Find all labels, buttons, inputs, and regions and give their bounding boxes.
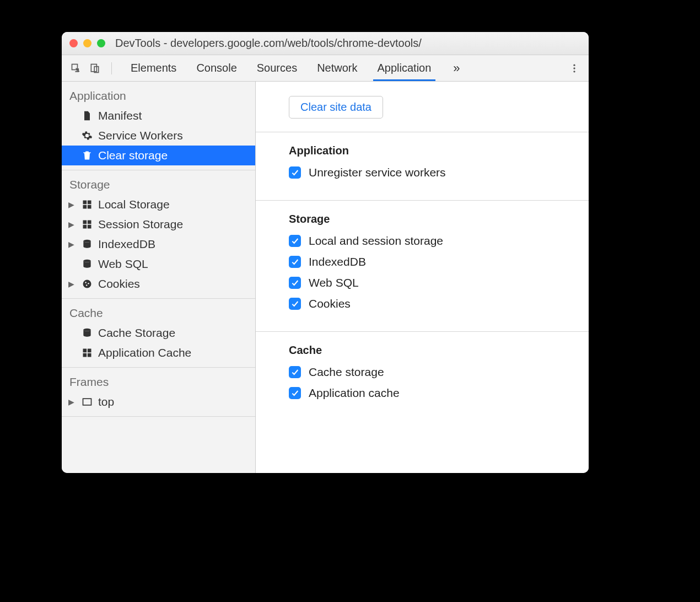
sidebar-section-title: Storage: [62, 170, 255, 195]
svg-point-4: [573, 67, 575, 69]
grid-icon: [82, 347, 93, 358]
kebab-menu-icon[interactable]: [567, 63, 582, 74]
tab-sources[interactable]: Sources: [247, 55, 307, 81]
checkbox[interactable]: [289, 366, 301, 378]
sidebar-item-label: top: [98, 395, 114, 409]
checkbox[interactable]: [289, 387, 301, 399]
checkbox-row[interactable]: Web SQL: [289, 276, 556, 289]
checkbox-row[interactable]: Local and session storage: [289, 234, 556, 248]
sidebar-item-label: Session Storage: [98, 218, 183, 231]
checkbox-label: IndexedDB: [309, 255, 366, 268]
main-section-title: Storage: [289, 213, 556, 225]
sidebar-item-label: Local Storage: [98, 198, 170, 211]
svg-rect-1: [91, 64, 96, 71]
application-sidebar: ApplicationManifestService WorkersClear …: [62, 82, 256, 473]
expand-caret-icon[interactable]: ▶: [68, 200, 75, 209]
tab-application[interactable]: Application: [368, 55, 441, 81]
sidebar-item-label: Clear storage: [98, 149, 168, 162]
expand-caret-icon[interactable]: ▶: [68, 397, 75, 406]
sidebar-section-title: Cache: [62, 299, 255, 323]
close-window-button[interactable]: [69, 39, 78, 47]
sidebar-item-label: Cookies: [98, 277, 140, 291]
sidebar-item-manifest[interactable]: Manifest: [62, 106, 255, 126]
expand-caret-icon[interactable]: ▶: [68, 220, 75, 229]
trash-icon: [82, 150, 93, 161]
expand-caret-icon[interactable]: ▶: [68, 280, 75, 288]
gear-icon: [82, 130, 93, 141]
expand-caret-icon[interactable]: ▶: [68, 240, 75, 249]
checkbox[interactable]: [289, 277, 301, 289]
checkbox[interactable]: [289, 166, 301, 179]
sidebar-item-cookies[interactable]: ▶Cookies: [62, 274, 255, 294]
titlebar: DevTools - developers.google.com/web/too…: [62, 32, 589, 55]
db-icon: [82, 239, 93, 250]
checkbox-label: Cache storage: [309, 366, 384, 379]
traffic-lights: [69, 39, 105, 47]
grid-icon: [82, 219, 93, 230]
device-toolbar-icon[interactable]: [87, 61, 103, 76]
checkbox[interactable]: [289, 256, 301, 268]
checkbox-label: Application cache: [309, 386, 400, 400]
db-icon: [82, 327, 93, 338]
sidebar-section-title: Application: [62, 82, 255, 106]
checkbox-label: Cookies: [309, 297, 351, 310]
checkbox-label: Unregister service workers: [309, 166, 446, 179]
sidebar-item-session-storage[interactable]: ▶Session Storage: [62, 214, 255, 234]
sidebar-item-local-storage[interactable]: ▶Local Storage: [62, 195, 255, 214]
checkbox[interactable]: [289, 235, 301, 247]
sidebar-item-label: Service Workers: [98, 129, 183, 142]
sidebar-item-top[interactable]: ▶top: [62, 392, 255, 412]
sidebar-item-cache-storage[interactable]: Cache Storage: [62, 323, 255, 343]
clear-site-data-button[interactable]: Clear site data: [289, 96, 383, 119]
sidebar-item-label: IndexedDB: [98, 238, 155, 251]
sidebar-item-indexeddb[interactable]: ▶IndexedDB: [62, 234, 255, 254]
db-icon: [82, 259, 93, 270]
sidebar-item-label: Web SQL: [98, 257, 148, 271]
toolbar-divider: [111, 62, 112, 74]
sidebar-item-web-sql[interactable]: Web SQL: [62, 254, 255, 274]
tabs-overflow-icon[interactable]: »: [449, 61, 464, 76]
checkbox-label: Web SQL: [309, 276, 359, 289]
sidebar-item-clear-storage[interactable]: Clear storage: [62, 146, 255, 165]
svg-point-5: [573, 71, 575, 72]
tab-network[interactable]: Network: [307, 55, 367, 81]
svg-point-3: [573, 64, 575, 66]
main-section-title: Application: [289, 144, 556, 157]
checkbox-row[interactable]: Cache storage: [289, 366, 556, 379]
sidebar-section-title: Frames: [62, 368, 255, 392]
tab-elements[interactable]: Elements: [121, 55, 186, 81]
sidebar-item-service-workers[interactable]: Service Workers: [62, 126, 255, 146]
panel-tabs: Elements Console Sources Network Applica…: [121, 55, 441, 81]
frame-icon: [82, 396, 93, 407]
sidebar-item-label: Manifest: [98, 109, 142, 122]
checkbox[interactable]: [289, 298, 301, 310]
checkbox-label: Local and session storage: [309, 234, 443, 248]
grid-icon: [82, 199, 93, 210]
clear-storage-panel: Clear site data ApplicationUnregister se…: [256, 82, 589, 473]
window-title: DevTools - developers.google.com/web/too…: [115, 37, 422, 50]
checkbox-row[interactable]: IndexedDB: [289, 255, 556, 268]
devtools-window: DevTools - developers.google.com/web/too…: [62, 32, 589, 473]
sidebar-item-label: Application Cache: [98, 346, 191, 359]
sidebar-item-label: Cache Storage: [98, 326, 175, 340]
checkbox-row[interactable]: Application cache: [289, 386, 556, 400]
cookie-icon: [82, 278, 93, 289]
sidebar-item-application-cache[interactable]: Application Cache: [62, 343, 255, 363]
main-section-title: Cache: [289, 344, 556, 357]
minimize-window-button[interactable]: [83, 39, 91, 47]
checkbox-row[interactable]: Unregister service workers: [289, 166, 556, 179]
file-icon: [82, 110, 93, 121]
checkbox-row[interactable]: Cookies: [289, 297, 556, 310]
tab-console[interactable]: Console: [186, 55, 246, 81]
inspect-element-icon[interactable]: [68, 61, 84, 76]
zoom-window-button[interactable]: [97, 39, 105, 47]
devtools-toolbar: Elements Console Sources Network Applica…: [62, 55, 589, 82]
